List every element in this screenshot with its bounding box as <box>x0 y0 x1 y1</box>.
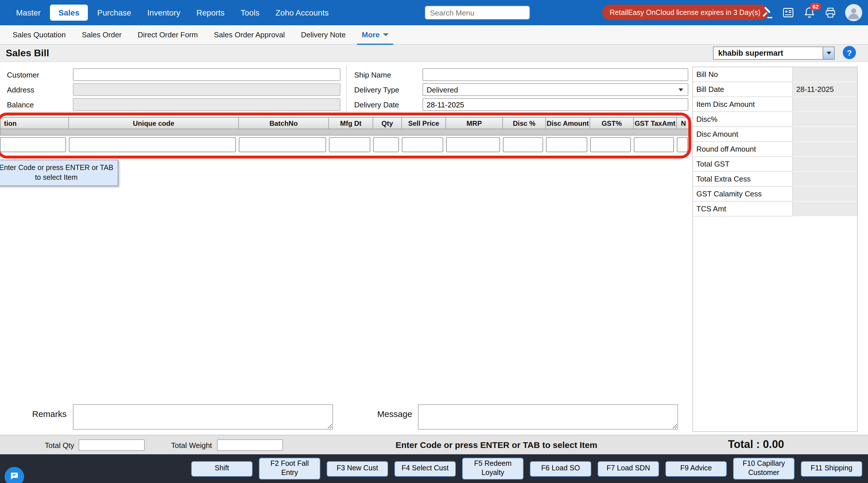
f11-shipping-button[interactable]: F11 Shipping <box>801 461 862 476</box>
topnav-item-tools[interactable]: Tools <box>234 5 266 21</box>
user-avatar[interactable] <box>845 4 862 21</box>
remarks-label: Remarks <box>11 409 67 419</box>
topnav-item-zoho-accounts[interactable]: Zoho Accounts <box>269 5 336 21</box>
summary-value <box>793 187 857 202</box>
grid-cell-input[interactable] <box>402 137 443 152</box>
topnav-item-inventory[interactable]: Inventory <box>141 5 187 21</box>
store-selector-value: khabib supermart <box>714 49 823 57</box>
topnav-item-purchase[interactable]: Purchase <box>90 5 138 21</box>
grid-cell-input[interactable] <box>546 137 587 152</box>
grid-col-mfg-dt: Mfg Dt <box>329 117 373 129</box>
grand-total: Total : 0.00 <box>728 438 784 451</box>
summary-label: TCS Amt <box>693 202 793 216</box>
id-card-icon[interactable] <box>782 6 795 19</box>
subnav-item-sales-order-approval[interactable]: Sales Order Approval <box>206 25 293 44</box>
summary-value <box>793 112 857 127</box>
notifications-bell-icon[interactable]: 62 <box>803 6 816 19</box>
help-icon[interactable]: ? <box>843 46 856 59</box>
summary-row: Disc% <box>693 112 857 127</box>
chat-bubble-icon[interactable] <box>5 467 24 483</box>
balance-label: Balance <box>7 100 34 109</box>
f6-load-so-button[interactable]: F6 Load SO <box>530 461 591 476</box>
summary-row: Disc Amount <box>693 127 857 142</box>
grid-cell-input[interactable] <box>0 137 66 152</box>
topbar-icon-group: 62 <box>761 0 862 25</box>
grid-cell-input[interactable] <box>503 137 543 152</box>
grid-cell-input[interactable] <box>373 137 399 152</box>
total-weight-input[interactable] <box>217 440 283 451</box>
grid-cell-input[interactable] <box>329 137 370 152</box>
grid-col-disc-amount: Disc Amount <box>546 117 590 129</box>
notification-count-badge: 62 <box>810 3 821 10</box>
summary-label: Total Extra Cess <box>693 172 793 187</box>
retaileasy-app-window: Master Sales Purchase Inventory Reports … <box>0 0 868 483</box>
bill-summary-panel: Bill No Bill Date 28-11-2025 Item Disc A… <box>692 67 858 432</box>
f9-advice-button[interactable]: F9 Advice <box>665 461 727 476</box>
grid-cell-input[interactable] <box>69 137 236 152</box>
printer-icon[interactable] <box>825 7 836 19</box>
subnav-item-sales-order[interactable]: Sales Order <box>74 25 130 44</box>
address-label: Address <box>7 86 34 94</box>
subnav-item-more[interactable]: More <box>353 25 397 44</box>
delivery-type-select[interactable]: Delivered <box>423 83 688 96</box>
summary-row: GST Calamity Cess <box>693 187 857 202</box>
delivery-date-label: Delivery Date <box>354 100 399 109</box>
grid-cell-input[interactable] <box>239 137 326 152</box>
shift-button[interactable]: Shift <box>191 461 253 476</box>
summary-value <box>793 172 857 187</box>
f2-foot-fall-entry-button[interactable]: F2 Foot Fall Entry <box>259 458 320 480</box>
summary-value <box>793 97 857 112</box>
store-selector-dropdown[interactable]: khabib supermart <box>713 47 835 60</box>
delivery-type-value: Delivered <box>427 85 458 94</box>
search-menu-input[interactable] <box>425 6 530 20</box>
grid-cell-input[interactable] <box>634 137 674 152</box>
store-selector-arrow[interactable] <box>823 47 834 59</box>
summary-label: Disc% <box>693 112 793 127</box>
gavel-icon[interactable] <box>761 7 773 19</box>
subnav-item-delivery-note[interactable]: Delivery Note <box>293 25 353 44</box>
top-navigation-bar: Master Sales Purchase Inventory Reports … <box>0 0 868 25</box>
summary-value <box>793 202 857 216</box>
address-input <box>73 83 340 96</box>
topnav-item-sales[interactable]: Sales <box>50 5 88 21</box>
grid-col-qty: Qty <box>373 117 402 129</box>
grid-col-gst-taxamt: GST TaxAmt <box>634 117 677 129</box>
grid-col-batch-no: BatchNo <box>239 117 329 129</box>
total-qty-input[interactable] <box>79 440 145 451</box>
message-label: Message <box>357 409 412 419</box>
topnav-item-reports[interactable]: Reports <box>189 5 231 21</box>
ship-name-input[interactable] <box>423 68 688 81</box>
subnav-item-sales-quotation[interactable]: Sales Quotation <box>5 25 74 44</box>
summary-row: Bill No <box>693 67 857 82</box>
remarks-textarea[interactable] <box>73 404 333 430</box>
license-warning-badge[interactable]: RetailEasy OnCloud license expires in 3 … <box>602 5 768 20</box>
f10-capillary-customer-button[interactable]: F10 Capillary Customer <box>733 458 795 480</box>
grid-selected-row-strip <box>0 129 691 135</box>
subnav-item-direct-order-form[interactable]: Direct Order Form <box>130 25 206 44</box>
f3-new-cust-button[interactable]: F3 New Cust <box>327 461 388 476</box>
message-textarea[interactable] <box>418 404 678 430</box>
summary-value: 28-11-2025 <box>793 82 857 97</box>
delivery-date-input[interactable] <box>423 98 688 111</box>
summary-value <box>793 127 857 142</box>
grid-cell-input[interactable] <box>446 137 500 152</box>
f4-select-cust-button[interactable]: F4 Select Cust <box>394 461 456 476</box>
f5-redeem-loyalty-button[interactable]: F5 Redeem Loyalty <box>462 458 524 480</box>
page-header: Sales Bill khabib supermart ? <box>0 45 868 62</box>
customer-input[interactable] <box>73 68 340 81</box>
grid-cell-input[interactable] <box>677 137 688 152</box>
grid-cell-input[interactable] <box>590 137 631 152</box>
customer-label: Customer <box>7 71 39 79</box>
chevron-down-icon <box>826 52 831 55</box>
summary-label: Round off Amount <box>693 142 793 157</box>
f7-load-sdn-button[interactable]: F7 Load SDN <box>598 461 659 476</box>
summary-value <box>793 157 857 172</box>
grid-col-mrp: MRP <box>446 117 503 129</box>
topnav-item-master[interactable]: Master <box>9 5 48 21</box>
summary-label: Disc Amount <box>693 127 793 142</box>
summary-label: GST Calamity Cess <box>693 187 793 202</box>
sales-sub-navigation: Sales Quotation Sales Order Direct Order… <box>0 25 868 45</box>
grid-col-clipped: N <box>677 117 691 129</box>
function-key-bar: Shift F2 Foot Fall Entry F3 New Cust F4 … <box>0 454 868 483</box>
summary-row: Total GST <box>693 157 857 172</box>
